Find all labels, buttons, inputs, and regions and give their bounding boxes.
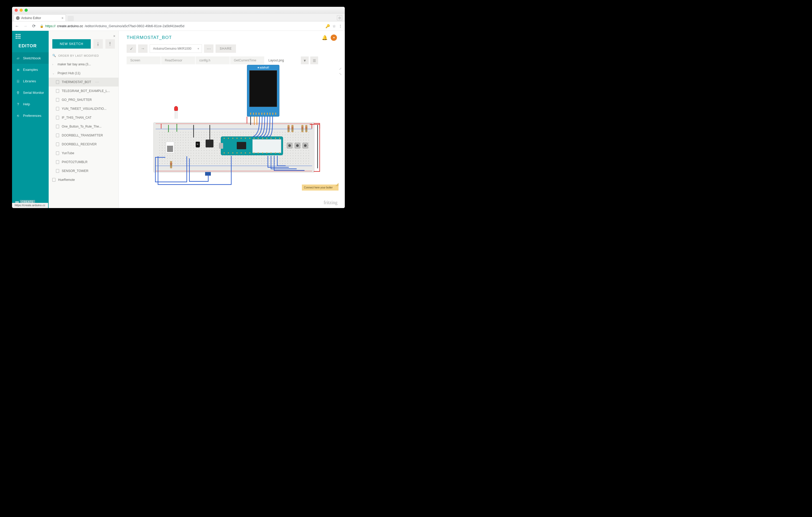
file-tab[interactable]: config.h bbox=[196, 57, 230, 64]
file-row[interactable]: DOORBELL_RECEIVER bbox=[49, 140, 118, 149]
nav-label: Preferences bbox=[23, 114, 41, 118]
share-button[interactable]: SHARE bbox=[215, 44, 236, 53]
folder-name: Project Hub (11) bbox=[58, 71, 80, 75]
close-window-button[interactable] bbox=[14, 9, 18, 12]
file-row[interactable]: TELEGRAM_BOT_EXAMPLE_L... bbox=[49, 87, 118, 95]
editor-header[interactable]: › EDITOR bbox=[12, 42, 49, 52]
collapse-icon[interactable]: ⤡ bbox=[339, 72, 342, 76]
url-toolbar: ← → ⟳ 🔒 https://create.arduino.cc/editor… bbox=[12, 22, 345, 31]
forward-button[interactable]: → bbox=[23, 24, 28, 29]
file-name: YunTube bbox=[62, 151, 74, 155]
file-tab[interactable]: ReadSensor bbox=[161, 57, 195, 64]
file-tab[interactable]: Screen bbox=[126, 57, 161, 64]
resistor bbox=[288, 125, 290, 132]
file-row[interactable]: SENSOR_TOWER bbox=[49, 166, 118, 175]
upload-sketch-button[interactable]: → bbox=[138, 44, 148, 53]
more-actions-button[interactable]: ⋯ bbox=[204, 44, 213, 53]
sidebar: › EDITOR ▱ Sketchbook ≣ Examples ⌸ Libra… bbox=[12, 31, 49, 208]
file-icon bbox=[56, 125, 59, 128]
apps-menu-button[interactable] bbox=[12, 31, 49, 42]
nav-label: Sketchbook bbox=[23, 56, 41, 60]
file-icon bbox=[56, 89, 59, 93]
verify-button[interactable]: ✓ bbox=[126, 44, 136, 53]
file-icon bbox=[56, 160, 59, 164]
file-row[interactable]: One_Button_To_Rule_The... bbox=[49, 122, 118, 131]
list-icon: ≣ bbox=[313, 58, 316, 63]
chevron-right-icon: › bbox=[16, 43, 18, 49]
file-row[interactable]: IF_THIS_THAN_CAT bbox=[49, 113, 118, 122]
order-row[interactable]: 🔍 ORDER BY LAST MODIFIED bbox=[49, 51, 118, 60]
more-icon[interactable]: ⋯ bbox=[95, 80, 99, 84]
new-tab-button[interactable] bbox=[67, 16, 74, 21]
back-button[interactable]: ← bbox=[14, 24, 19, 29]
file-tree: › maker fair bay area (3... ⌄ Project Hu… bbox=[49, 60, 118, 208]
file-row[interactable]: GO_PRO_SHUTTER bbox=[49, 95, 118, 104]
folder-row[interactable]: ⌄ Project Hub (11) bbox=[49, 69, 118, 78]
fritzing-watermark: fritzing bbox=[324, 200, 338, 206]
red-led bbox=[174, 106, 179, 113]
tabs-dropdown-button[interactable]: ▾ bbox=[301, 57, 309, 64]
resistor bbox=[305, 125, 308, 132]
sketchbook-panel: × NEW SKETCH ⭳ ⭱ 🔍 ORDER BY LAST MODIFIE… bbox=[49, 31, 119, 208]
status-url: https://create.arduino.cc bbox=[14, 204, 45, 207]
toolbar: ✓ → Arduino/Genuino MKR1000 ⋯ SHARE bbox=[119, 43, 345, 57]
file-tab-active[interactable]: Layout.png bbox=[265, 57, 299, 64]
nav-preferences[interactable]: ⎋ Preferences bbox=[12, 110, 49, 121]
file-row-selected[interactable]: THERMOSTAT_BOT ⋯ bbox=[49, 78, 118, 87]
close-panel-icon[interactable]: × bbox=[113, 34, 115, 38]
file-name: YUN_TWEET_VISUALIZATIO... bbox=[62, 107, 107, 111]
minimize-window-button[interactable] bbox=[20, 9, 23, 12]
nav-libraries[interactable]: ⌸ Libraries bbox=[12, 75, 49, 87]
close-tab-icon[interactable]: × bbox=[61, 16, 64, 20]
url-scheme: https:// bbox=[45, 24, 55, 28]
file-row[interactable]: HueRemote bbox=[49, 175, 118, 184]
arrow-right-icon: → bbox=[141, 46, 145, 51]
push-button bbox=[302, 143, 308, 149]
toggle-panel-button[interactable]: ≣ bbox=[310, 57, 318, 64]
magnifier-icon: ⚲ bbox=[16, 90, 21, 95]
menu-icon[interactable]: ⋮ bbox=[339, 24, 342, 28]
file-name: TELEGRAM_BOT_EXAMPLE_L... bbox=[62, 89, 110, 93]
browser-tab[interactable]: Arduino Editor × bbox=[13, 14, 66, 21]
nav-serial-monitor[interactable]: ⚲ Serial Monitor bbox=[12, 87, 49, 98]
check-icon: ✓ bbox=[130, 46, 133, 51]
file-name: HueRemote bbox=[58, 178, 75, 182]
nav-label: Help bbox=[23, 102, 30, 106]
address-bar[interactable]: 🔒 https://create.arduino.cc/editor/Ardui… bbox=[40, 24, 322, 28]
credential-icon[interactable]: 🔑 bbox=[325, 24, 330, 28]
file-row[interactable]: YUN_TWEET_VISUALIZATIO... bbox=[49, 104, 118, 113]
file-row[interactable]: DOORBELL_TRANSMITTER bbox=[49, 131, 118, 140]
notifications-icon[interactable]: 🔔 bbox=[322, 35, 327, 40]
board-select[interactable]: Arduino/Genuino MKR1000 bbox=[150, 44, 202, 53]
new-sketch-button[interactable]: NEW SKETCH bbox=[52, 39, 91, 49]
file-row[interactable]: PHOTO2TUMBLR bbox=[49, 158, 118, 166]
expand-icon[interactable]: ⤢ bbox=[339, 67, 342, 70]
app-content: › EDITOR ▱ Sketchbook ≣ Examples ⌸ Libra… bbox=[12, 31, 345, 208]
file-row[interactable]: YunTube bbox=[49, 149, 118, 158]
main-area: THERMOSTAT_BOT 🔔 ✦ ✓ → Arduino/Genuino M… bbox=[119, 31, 345, 208]
new-sketch-label: NEW SKETCH bbox=[60, 42, 83, 46]
folder-row[interactable]: › maker fair bay area (3... bbox=[49, 60, 118, 69]
maximize-window-button[interactable] bbox=[25, 9, 28, 12]
file-name: SENSOR_TOWER bbox=[62, 169, 88, 173]
tft-display: ★adafruit! bbox=[247, 65, 280, 117]
import-button[interactable]: ⭳ bbox=[93, 39, 103, 49]
nav-help[interactable]: ? Help bbox=[12, 98, 49, 110]
upload-button[interactable]: ⭱ bbox=[106, 39, 115, 49]
zoom-controls: ⤢ ⤡ bbox=[339, 67, 342, 76]
push-button bbox=[287, 143, 292, 149]
file-tab[interactable]: GetCurrentTime bbox=[230, 57, 264, 64]
file-icon bbox=[56, 107, 59, 111]
layout-canvas[interactable]: ⤢ ⤡ ★adafruit! bbox=[119, 64, 345, 208]
profile-button[interactable]: ◎ bbox=[337, 15, 342, 20]
reload-button[interactable]: ⟳ bbox=[31, 24, 36, 29]
user-avatar[interactable]: ✦ bbox=[331, 34, 337, 41]
bookmark-icon[interactable]: ☆ bbox=[332, 24, 336, 28]
resistor bbox=[170, 161, 172, 168]
search-icon: 🔍 bbox=[52, 54, 56, 57]
nav-list: ▱ Sketchbook ≣ Examples ⌸ Libraries ⚲ Se… bbox=[12, 52, 49, 121]
resistor bbox=[301, 125, 303, 132]
file-name: DOORBELL_TRANSMITTER bbox=[62, 133, 103, 137]
nav-examples[interactable]: ≣ Examples bbox=[12, 64, 49, 75]
nav-sketchbook[interactable]: ▱ Sketchbook bbox=[12, 52, 49, 64]
